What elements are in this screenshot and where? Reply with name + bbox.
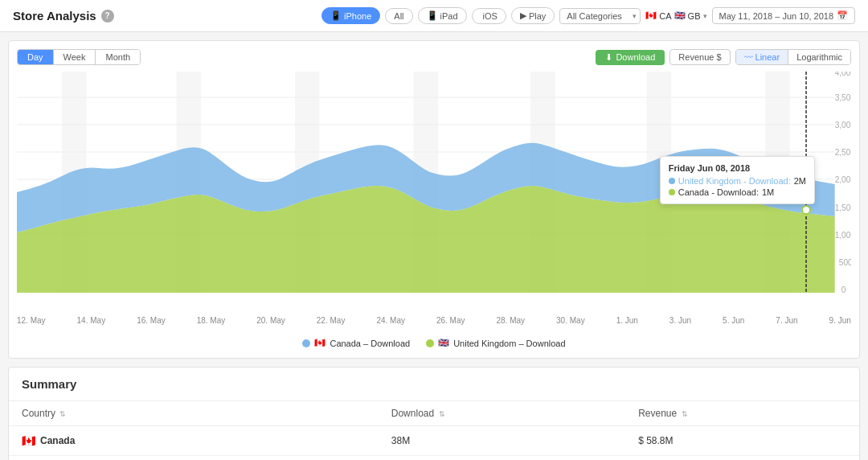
x-label-12: 5. Jun	[723, 316, 744, 325]
ipad-icon: 📱	[427, 10, 438, 21]
page-title: Store Analysis	[13, 9, 96, 23]
header-left: Store Analysis ?	[13, 9, 114, 23]
svg-text:1,000k: 1,000k	[835, 231, 851, 240]
col-download: Download ⇅	[379, 401, 625, 426]
svg-text:3,500k: 3,500k	[835, 93, 851, 102]
device-btn-play[interactable]: ▶ Play	[511, 7, 555, 24]
sort-icon-country[interactable]: ⇅	[59, 410, 66, 418]
scale-logarithmic[interactable]: Logarithmic	[788, 50, 850, 64]
x-label-3: 18. May	[197, 316, 226, 325]
flag-gb: 🇬🇧	[674, 10, 686, 21]
svg-text:1,500k: 1,500k	[835, 203, 851, 212]
revenue-canada: $ 58.8M	[625, 426, 859, 456]
chart-right-tools: ⬇ Download Revenue $ 〰 Linear Logarithmi…	[596, 49, 851, 65]
x-label-14: 9. Jun	[829, 316, 851, 325]
time-tab-group: Day Week Month	[17, 49, 141, 65]
legend-flag-uk: 🇬🇧	[438, 338, 449, 348]
tab-month[interactable]: Month	[96, 50, 140, 64]
x-label-10: 1. Jun	[616, 316, 638, 325]
scale-tab-group: 〰 Linear Logarithmic	[735, 49, 851, 65]
chart-svg: 0 500k 1,000k 1,500k 2,000k 2,500k 3,000…	[17, 72, 851, 313]
svg-text:2,000k: 2,000k	[835, 175, 851, 184]
download-uk: 71.5M	[379, 456, 625, 461]
iphone-icon: 📱	[330, 10, 342, 21]
download-button[interactable]: ⬇ Download	[596, 50, 665, 65]
summary-section: Summary Country ⇅ Download ⇅ Revenue ⇅	[8, 367, 860, 460]
x-axis-labels: 12. May 14. May 16. May 18. May 20. May …	[17, 313, 851, 331]
chart-area: 0 500k 1,000k 1,500k 2,000k 2,500k 3,000…	[17, 72, 851, 313]
x-label-4: 20. May	[256, 316, 285, 325]
legend-uk: 🇬🇧 United Kingdom – Download	[426, 338, 565, 348]
country-cell-uk: 🇬🇧 United Kingdom	[9, 456, 379, 461]
svg-point-16	[802, 172, 810, 180]
x-label-6: 24. May	[376, 316, 405, 325]
country-dropdown-icon: ▾	[703, 12, 707, 20]
header: Store Analysis ? 📱 iPhone All 📱 iPad iOS…	[0, 0, 868, 32]
revenue-uk: $ 121.2M	[625, 456, 859, 461]
device-btn-all[interactable]: All	[385, 8, 412, 24]
col-country: Country ⇅	[9, 401, 379, 426]
flag-canada: 🇨🇦	[645, 10, 657, 21]
chart-toolbar: Day Week Month ⬇ Download Revenue $ 〰 Li…	[17, 49, 851, 65]
legend-dot-uk	[426, 339, 434, 347]
country-name-canada: Canada	[40, 435, 75, 446]
download-icon: ⬇	[605, 52, 612, 63]
header-controls: 📱 iPhone All 📱 iPad iOS ▶ Play All Categ…	[321, 7, 855, 24]
device-btn-iphone[interactable]: 📱 iPhone	[321, 7, 380, 24]
country-cell-canada: 🇨🇦 Canada	[9, 426, 379, 456]
sort-icon-download[interactable]: ⇅	[439, 410, 445, 418]
x-label-9: 30. May	[556, 316, 585, 325]
x-label-2: 16. May	[137, 316, 166, 325]
legend-flag-canada: 🇨🇦	[314, 338, 326, 348]
x-label-7: 26. May	[436, 316, 465, 325]
tab-week[interactable]: Week	[54, 50, 96, 64]
table-header-row: Country ⇅ Download ⇅ Revenue ⇅	[9, 401, 859, 426]
flag-canada: 🇨🇦	[22, 434, 35, 447]
sort-icon-revenue[interactable]: ⇅	[682, 410, 688, 418]
tab-day[interactable]: Day	[18, 50, 54, 64]
svg-text:500k: 500k	[839, 258, 851, 267]
categories-select[interactable]: All Categories	[559, 8, 641, 24]
svg-point-17	[802, 206, 810, 214]
calendar-icon: 📅	[837, 10, 848, 21]
linear-icon: 〰	[744, 52, 753, 62]
col-revenue: Revenue ⇅	[625, 401, 859, 426]
legend-dot-canada	[302, 339, 310, 347]
x-label-1: 14. May	[77, 316, 106, 325]
legend-label-canada: Canada – Download	[330, 339, 410, 348]
device-btn-ipad[interactable]: 📱 iPad	[418, 7, 467, 24]
chart-section: Day Week Month ⬇ Download Revenue $ 〰 Li…	[8, 40, 860, 359]
device-btn-ios[interactable]: iOS	[472, 8, 506, 24]
svg-text:0: 0	[841, 285, 846, 294]
play-icon: ▶	[520, 10, 526, 21]
country-flags[interactable]: 🇨🇦 CA 🇬🇧 GB ▾	[645, 10, 706, 21]
scale-linear[interactable]: 〰 Linear	[736, 50, 789, 64]
x-label-13: 7. Jun	[776, 316, 797, 325]
categories-select-wrapper: All Categories	[559, 8, 641, 24]
summary-title: Summary	[9, 368, 859, 401]
help-icon[interactable]: ?	[101, 10, 114, 23]
summary-table: Country ⇅ Download ⇅ Revenue ⇅ 🇨🇦 C	[9, 401, 859, 460]
svg-text:4,000k: 4,000k	[835, 72, 851, 77]
table-row: 🇬🇧 United Kingdom 71.5M $ 121.2M	[9, 456, 859, 461]
table-row: 🇨🇦 Canada 38M $ 58.8M	[9, 426, 859, 456]
chart-legend: 🇨🇦 Canada – Download 🇬🇧 United Kingdom –…	[17, 331, 851, 358]
legend-label-uk: United Kingdom – Download	[453, 339, 565, 348]
x-label-5: 22. May	[317, 316, 346, 325]
x-label-8: 28. May	[497, 316, 526, 325]
date-range-picker[interactable]: May 11, 2018 – Jun 10, 2018 📅	[712, 7, 856, 24]
x-label-11: 3. Jun	[669, 316, 691, 325]
download-canada: 38M	[379, 426, 625, 456]
legend-canada: 🇨🇦 Canada – Download	[302, 338, 410, 348]
svg-text:3,000k: 3,000k	[835, 121, 851, 129]
x-label-0: 12. May	[17, 316, 46, 325]
revenue-button[interactable]: Revenue $	[669, 49, 730, 65]
svg-text:2,500k: 2,500k	[835, 148, 851, 157]
